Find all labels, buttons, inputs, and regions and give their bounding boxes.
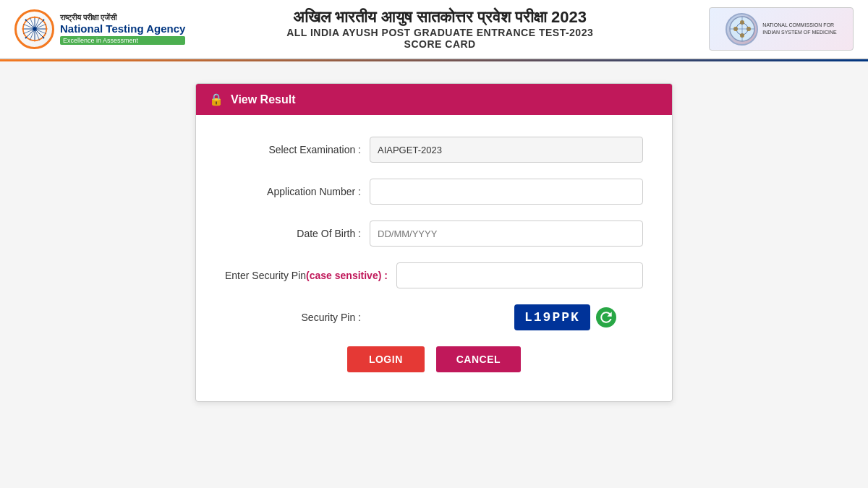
svg-point-17	[25, 37, 26, 38]
security-pin-input[interactable]	[396, 262, 643, 288]
header-left: राष्ट्रीय परीक्षा एजेंसी National Testin…	[14, 9, 185, 49]
login-button[interactable]: LOGIN	[347, 346, 425, 372]
lock-icon: 🔒	[209, 93, 224, 106]
form-title: View Result	[231, 93, 296, 106]
nta-tagline: Excellence in Assessment	[60, 36, 185, 45]
security-pin-badge: L19PPK	[514, 304, 590, 330]
right-logo-text: NATIONAL COMMISSION FORINDIAN SYSTEM OF …	[762, 22, 836, 36]
security-pin-label-normal: Enter Security Pin	[225, 270, 306, 281]
svg-point-11	[33, 40, 35, 42]
form-header: 🔒 View Result	[196, 84, 672, 115]
page-title-english: ALL INDIA AYUSH POST GRADUATE ENTRANCE T…	[185, 27, 694, 38]
form-buttons: LOGIN CANCEL	[225, 346, 643, 380]
svg-point-14	[25, 20, 26, 21]
svg-point-10	[33, 16, 35, 18]
security-pin-display: L19PPK	[514, 304, 616, 330]
svg-point-15	[43, 37, 44, 38]
right-logo-emblem	[726, 13, 758, 46]
nta-hindi-name: राष्ट्रीय परीक्षा एजेंसी	[60, 13, 185, 22]
nta-logo: राष्ट्रीय परीक्षा एजेंसी National Testin…	[14, 9, 185, 49]
dob-label: Date Of Birth :	[225, 228, 370, 239]
svg-point-13	[45, 28, 47, 30]
cancel-button[interactable]: CANCEL	[436, 346, 521, 372]
page-title-hindi: अखिल भारतीय आयुष सातकोत्तर प्रवेश परीक्ष…	[185, 8, 694, 27]
application-number-input[interactable]	[370, 179, 643, 205]
form-container: 🔒 View Result Select Examination : Appli…	[195, 83, 673, 402]
page-header: राष्ट्रीय परीक्षा एजेंसी National Testin…	[0, 0, 868, 59]
main-content: 🔒 View Result Select Examination : Appli…	[0, 61, 868, 424]
security-pin-display-label: Security Pin :	[225, 312, 370, 323]
nta-logo-circle	[14, 9, 54, 49]
security-pin-display-row: Security Pin : L19PPK	[225, 304, 643, 330]
security-pin-input-label: Enter Security Pin(case sensitive) :	[225, 270, 396, 281]
application-number-row: Application Number :	[225, 179, 643, 205]
dob-row: Date Of Birth :	[225, 221, 643, 247]
right-logo-inner: NATIONAL COMMISSION FORINDIAN SYSTEM OF …	[726, 13, 836, 46]
svg-point-12	[22, 28, 24, 30]
security-pin-label-bold: (case sensitive) :	[306, 270, 388, 281]
page-subtitle: SCORE CARD	[185, 38, 694, 50]
svg-point-16	[43, 20, 44, 21]
dob-input[interactable]	[370, 221, 643, 247]
form-body: Select Examination : Application Number …	[196, 115, 672, 401]
security-pin-input-row: Enter Security Pin(case sensitive) :	[225, 262, 643, 288]
nta-text: राष्ट्रीय परीक्षा एजेंसी National Testin…	[60, 13, 185, 45]
select-examination-label: Select Examination :	[225, 144, 370, 155]
select-examination-input[interactable]	[370, 137, 643, 163]
nta-english-name: National Testing Agency	[60, 22, 185, 35]
header-right: NATIONAL COMMISSION FORINDIAN SYSTEM OF …	[694, 7, 854, 51]
right-logo: NATIONAL COMMISSION FORINDIAN SYSTEM OF …	[709, 7, 854, 51]
refresh-button[interactable]	[596, 307, 616, 328]
application-number-label: Application Number :	[225, 186, 370, 197]
select-examination-row: Select Examination :	[225, 137, 643, 163]
header-center: अखिल भारतीय आयुष सातकोत्तर प्रवेश परीक्ष…	[185, 8, 694, 50]
